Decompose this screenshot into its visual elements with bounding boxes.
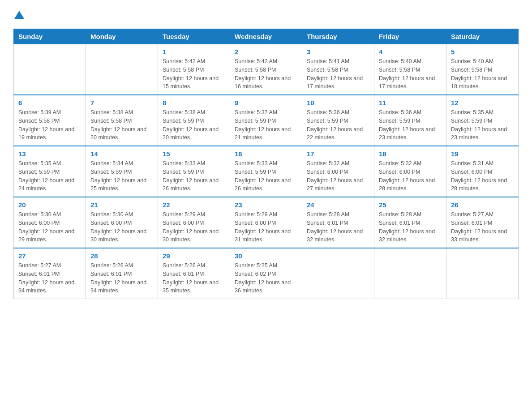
svg-marker-0 xyxy=(14,11,24,19)
calendar-cell: 6Sunrise: 5:39 AMSunset: 5:58 PMDaylight… xyxy=(14,95,86,146)
day-number: 5 xyxy=(451,48,514,56)
day-info: Sunrise: 5:38 AMSunset: 5:58 PMDaylight:… xyxy=(90,108,153,142)
calendar-cell: 17Sunrise: 5:32 AMSunset: 6:00 PMDayligh… xyxy=(302,146,374,197)
weekday-header-monday: Monday xyxy=(86,29,158,44)
calendar-cell: 2Sunrise: 5:42 AMSunset: 5:58 PMDaylight… xyxy=(230,44,302,95)
weekday-row: SundayMondayTuesdayWednesdayThursdayFrid… xyxy=(14,29,519,44)
day-info: Sunrise: 5:32 AMSunset: 6:00 PMDaylight:… xyxy=(307,159,369,193)
day-number: 8 xyxy=(163,99,225,107)
calendar-cell: 22Sunrise: 5:29 AMSunset: 6:00 PMDayligh… xyxy=(158,197,230,248)
day-number: 19 xyxy=(451,150,514,158)
day-number: 9 xyxy=(235,99,297,107)
day-info: Sunrise: 5:27 AMSunset: 6:01 PMDaylight:… xyxy=(451,210,514,244)
day-info: Sunrise: 5:26 AMSunset: 6:01 PMDaylight:… xyxy=(90,261,153,295)
calendar-cell: 15Sunrise: 5:33 AMSunset: 5:59 PMDayligh… xyxy=(158,146,230,197)
calendar-cell: 8Sunrise: 5:38 AMSunset: 5:59 PMDaylight… xyxy=(158,95,230,146)
day-info: Sunrise: 5:35 AMSunset: 5:59 PMDaylight:… xyxy=(18,159,81,193)
calendar-cell: 4Sunrise: 5:40 AMSunset: 5:58 PMDaylight… xyxy=(374,44,446,95)
day-number: 16 xyxy=(235,150,297,158)
day-number: 21 xyxy=(90,201,153,209)
day-info: Sunrise: 5:33 AMSunset: 5:59 PMDaylight:… xyxy=(163,159,225,193)
calendar-cell: 11Sunrise: 5:36 AMSunset: 5:59 PMDayligh… xyxy=(374,95,446,146)
day-info: Sunrise: 5:41 AMSunset: 5:58 PMDaylight:… xyxy=(307,57,369,91)
weekday-header-friday: Friday xyxy=(374,29,446,44)
day-number: 29 xyxy=(163,252,225,260)
day-number: 24 xyxy=(307,201,369,209)
calendar-cell: 5Sunrise: 5:40 AMSunset: 5:58 PMDaylight… xyxy=(446,44,519,95)
day-info: Sunrise: 5:35 AMSunset: 5:59 PMDaylight:… xyxy=(451,108,514,142)
calendar-cell: 19Sunrise: 5:31 AMSunset: 6:00 PMDayligh… xyxy=(446,146,519,197)
calendar-cell xyxy=(302,248,374,299)
weekday-header-saturday: Saturday xyxy=(446,29,519,44)
logo-triangle-icon xyxy=(14,10,24,20)
day-number: 4 xyxy=(379,48,442,56)
day-info: Sunrise: 5:26 AMSunset: 6:01 PMDaylight:… xyxy=(163,261,225,295)
day-number: 17 xyxy=(307,150,369,158)
day-info: Sunrise: 5:37 AMSunset: 5:59 PMDaylight:… xyxy=(235,108,297,142)
day-info: Sunrise: 5:29 AMSunset: 6:00 PMDaylight:… xyxy=(235,210,297,244)
calendar-cell: 16Sunrise: 5:33 AMSunset: 5:59 PMDayligh… xyxy=(230,146,302,197)
day-number: 10 xyxy=(307,99,369,107)
calendar-cell: 9Sunrise: 5:37 AMSunset: 5:59 PMDaylight… xyxy=(230,95,302,146)
calendar-cell: 26Sunrise: 5:27 AMSunset: 6:01 PMDayligh… xyxy=(446,197,519,248)
calendar-cell: 24Sunrise: 5:28 AMSunset: 6:01 PMDayligh… xyxy=(302,197,374,248)
day-info: Sunrise: 5:32 AMSunset: 6:00 PMDaylight:… xyxy=(379,159,442,193)
day-number: 28 xyxy=(90,252,153,260)
day-info: Sunrise: 5:42 AMSunset: 5:58 PMDaylight:… xyxy=(235,57,297,91)
day-number: 12 xyxy=(451,99,514,107)
weekday-header-sunday: Sunday xyxy=(14,29,86,44)
day-number: 26 xyxy=(451,201,514,209)
day-number: 6 xyxy=(18,99,81,107)
calendar-cell xyxy=(446,248,519,299)
calendar-cell: 13Sunrise: 5:35 AMSunset: 5:59 PMDayligh… xyxy=(14,146,86,197)
calendar-cell: 27Sunrise: 5:27 AMSunset: 6:01 PMDayligh… xyxy=(14,248,86,299)
calendar-cell: 7Sunrise: 5:38 AMSunset: 5:58 PMDaylight… xyxy=(86,95,158,146)
weekday-header-tuesday: Tuesday xyxy=(158,29,230,44)
calendar-cell: 10Sunrise: 5:36 AMSunset: 5:59 PMDayligh… xyxy=(302,95,374,146)
calendar-body: 1Sunrise: 5:42 AMSunset: 5:58 PMDaylight… xyxy=(14,44,519,299)
calendar-cell xyxy=(86,44,158,95)
day-info: Sunrise: 5:25 AMSunset: 6:02 PMDaylight:… xyxy=(235,261,297,295)
day-number: 20 xyxy=(18,201,81,209)
calendar-cell: 28Sunrise: 5:26 AMSunset: 6:01 PMDayligh… xyxy=(86,248,158,299)
weekday-header-thursday: Thursday xyxy=(302,29,374,44)
day-number: 25 xyxy=(379,201,442,209)
week-row-4: 20Sunrise: 5:30 AMSunset: 6:00 PMDayligh… xyxy=(14,197,519,248)
day-number: 18 xyxy=(379,150,442,158)
day-info: Sunrise: 5:38 AMSunset: 5:59 PMDaylight:… xyxy=(163,108,225,142)
day-number: 2 xyxy=(235,48,297,56)
day-number: 22 xyxy=(163,201,225,209)
day-info: Sunrise: 5:30 AMSunset: 6:00 PMDaylight:… xyxy=(90,210,153,244)
calendar-cell xyxy=(374,248,446,299)
day-number: 1 xyxy=(163,48,225,56)
calendar-header: SundayMondayTuesdayWednesdayThursdayFrid… xyxy=(14,29,519,44)
calendar-cell: 30Sunrise: 5:25 AMSunset: 6:02 PMDayligh… xyxy=(230,248,302,299)
day-info: Sunrise: 5:28 AMSunset: 6:01 PMDaylight:… xyxy=(307,210,369,244)
day-number: 7 xyxy=(90,99,153,107)
day-info: Sunrise: 5:31 AMSunset: 6:00 PMDaylight:… xyxy=(451,159,514,193)
week-row-5: 27Sunrise: 5:27 AMSunset: 6:01 PMDayligh… xyxy=(14,248,519,299)
calendar-table: SundayMondayTuesdayWednesdayThursdayFrid… xyxy=(13,29,519,299)
calendar-cell: 14Sunrise: 5:34 AMSunset: 5:59 PMDayligh… xyxy=(86,146,158,197)
calendar-cell: 1Sunrise: 5:42 AMSunset: 5:58 PMDaylight… xyxy=(158,44,230,95)
day-info: Sunrise: 5:30 AMSunset: 6:00 PMDaylight:… xyxy=(18,210,81,244)
day-info: Sunrise: 5:40 AMSunset: 5:58 PMDaylight:… xyxy=(379,57,442,91)
day-number: 27 xyxy=(18,252,81,260)
day-info: Sunrise: 5:36 AMSunset: 5:59 PMDaylight:… xyxy=(379,108,442,142)
page-header xyxy=(13,9,519,20)
day-info: Sunrise: 5:34 AMSunset: 5:59 PMDaylight:… xyxy=(90,159,153,193)
day-info: Sunrise: 5:40 AMSunset: 5:58 PMDaylight:… xyxy=(451,57,514,91)
day-info: Sunrise: 5:42 AMSunset: 5:58 PMDaylight:… xyxy=(163,57,225,91)
calendar-cell: 12Sunrise: 5:35 AMSunset: 5:59 PMDayligh… xyxy=(446,95,519,146)
calendar-cell: 3Sunrise: 5:41 AMSunset: 5:58 PMDaylight… xyxy=(302,44,374,95)
day-number: 30 xyxy=(235,252,297,260)
calendar-cell: 21Sunrise: 5:30 AMSunset: 6:00 PMDayligh… xyxy=(86,197,158,248)
calendar-cell: 23Sunrise: 5:29 AMSunset: 6:00 PMDayligh… xyxy=(230,197,302,248)
day-number: 15 xyxy=(163,150,225,158)
day-info: Sunrise: 5:33 AMSunset: 5:59 PMDaylight:… xyxy=(235,159,297,193)
day-info: Sunrise: 5:27 AMSunset: 6:01 PMDaylight:… xyxy=(18,261,81,295)
calendar-cell: 25Sunrise: 5:28 AMSunset: 6:01 PMDayligh… xyxy=(374,197,446,248)
day-info: Sunrise: 5:39 AMSunset: 5:58 PMDaylight:… xyxy=(18,108,81,142)
calendar-cell xyxy=(14,44,86,95)
week-row-1: 1Sunrise: 5:42 AMSunset: 5:58 PMDaylight… xyxy=(14,44,519,95)
